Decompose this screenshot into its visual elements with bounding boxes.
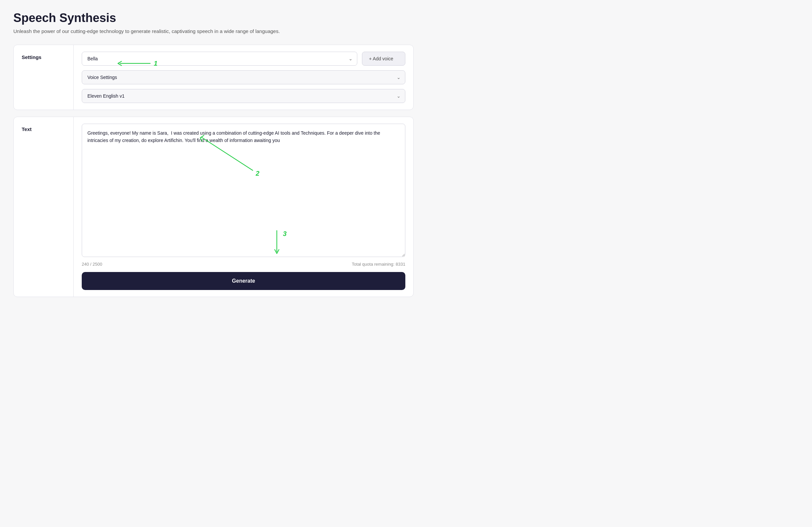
settings-content: Bella Sara Josh Arnold Antoni ⌄ + Add vo… <box>74 45 414 110</box>
add-voice-button[interactable]: + Add voice <box>362 52 405 66</box>
model-select-wrapper: Eleven English v1 Eleven English v2 Elev… <box>82 89 405 103</box>
text-label: Text <box>14 117 74 297</box>
voice-settings-select[interactable]: Voice Settings <box>82 70 405 84</box>
text-card: Text Greetings, everyone! My name is Sar… <box>13 117 414 297</box>
voice-select-wrapper: Bella Sara Josh Arnold Antoni ⌄ <box>82 52 357 66</box>
page-title: Speech Synthesis <box>13 11 414 25</box>
voice-row: Bella Sara Josh Arnold Antoni ⌄ + Add vo… <box>82 52 405 66</box>
page-subtitle: Unleash the power of our cutting-edge te… <box>13 28 414 35</box>
settings-card: Settings Bella Sara Josh Arnold Antoni ⌄… <box>13 45 414 110</box>
textarea-wrapper: Greetings, everyone! My name is Sara, I … <box>82 124 405 258</box>
text-meta: 240 / 2500 Total quota remaining: 8331 <box>82 262 405 267</box>
voice-select[interactable]: Bella Sara Josh Arnold Antoni <box>82 52 357 66</box>
generate-button[interactable]: Generate <box>82 272 405 290</box>
model-select[interactable]: Eleven English v1 Eleven English v2 Elev… <box>82 89 405 103</box>
voice-settings-wrapper: Voice Settings ⌄ <box>82 70 405 84</box>
char-count: 240 / 2500 <box>82 262 102 267</box>
settings-label: Settings <box>14 45 74 110</box>
text-content: Greetings, everyone! My name is Sara, I … <box>74 117 414 297</box>
text-input[interactable]: Greetings, everyone! My name is Sara, I … <box>82 124 405 257</box>
page-wrapper: 1 2 3 Speech Synthesis Unleash the power… <box>13 11 414 297</box>
quota-remaining: Total quota remaining: 8331 <box>352 262 405 267</box>
page-header: Speech Synthesis Unleash the power of ou… <box>13 11 414 35</box>
